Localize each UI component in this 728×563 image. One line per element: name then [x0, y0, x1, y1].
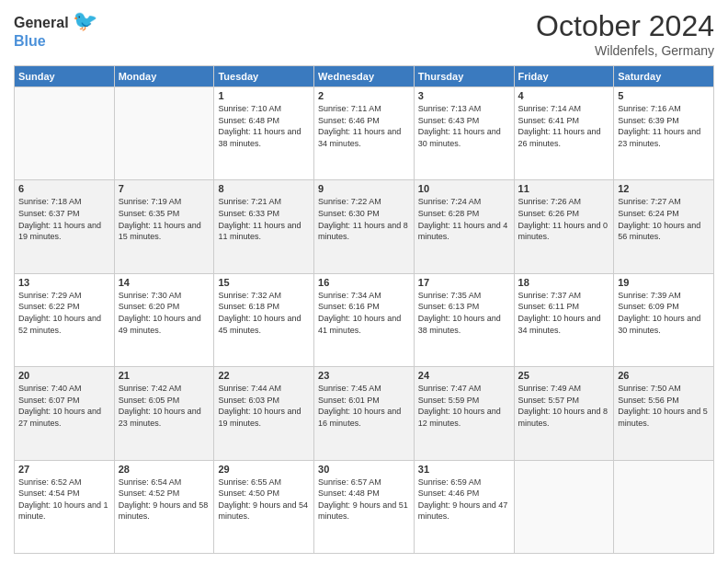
day-info: Sunrise: 7:11 AM Sunset: 6:46 PM Dayligh…: [318, 103, 410, 149]
day-info: Sunrise: 7:16 AM Sunset: 6:39 PM Dayligh…: [618, 103, 710, 149]
day-cell: 4Sunrise: 7:14 AM Sunset: 6:41 PM Daylig…: [514, 87, 614, 180]
day-info: Sunrise: 7:22 AM Sunset: 6:30 PM Dayligh…: [318, 196, 410, 242]
day-cell: 23Sunrise: 7:45 AM Sunset: 6:01 PM Dayli…: [314, 367, 415, 460]
day-number: 14: [119, 277, 210, 288]
weekday-header-saturday: Saturday: [614, 66, 714, 87]
day-cell: 20Sunrise: 7:40 AM Sunset: 6:07 PM Dayli…: [15, 367, 115, 460]
day-info: Sunrise: 7:13 AM Sunset: 6:43 PM Dayligh…: [418, 103, 510, 149]
day-info: Sunrise: 7:50 AM Sunset: 5:56 PM Dayligh…: [618, 383, 710, 429]
day-cell: 21Sunrise: 7:42 AM Sunset: 6:05 PM Dayli…: [114, 367, 214, 460]
day-number: 7: [119, 183, 210, 194]
day-number: 1: [218, 90, 310, 101]
day-cell: 7Sunrise: 7:19 AM Sunset: 6:35 PM Daylig…: [114, 180, 214, 273]
day-cell: 12Sunrise: 7:27 AM Sunset: 6:24 PM Dayli…: [614, 180, 714, 273]
month-title: October 2024: [536, 9, 714, 43]
day-number: 11: [518, 183, 610, 194]
week-row-0: 1Sunrise: 7:10 AM Sunset: 6:48 PM Daylig…: [15, 87, 714, 180]
day-cell: 25Sunrise: 7:49 AM Sunset: 5:57 PM Dayli…: [514, 367, 614, 460]
day-info: Sunrise: 7:35 AM Sunset: 6:13 PM Dayligh…: [418, 290, 510, 336]
day-info: Sunrise: 6:55 AM Sunset: 4:50 PM Dayligh…: [218, 477, 310, 523]
day-info: Sunrise: 7:37 AM Sunset: 6:11 PM Dayligh…: [518, 290, 610, 336]
day-cell: [614, 460, 714, 553]
day-info: Sunrise: 7:24 AM Sunset: 6:28 PM Dayligh…: [418, 196, 510, 242]
day-number: 16: [318, 277, 410, 288]
day-number: 8: [218, 183, 310, 194]
day-number: 27: [18, 464, 110, 475]
day-cell: 24Sunrise: 7:47 AM Sunset: 5:59 PM Dayli…: [414, 367, 514, 460]
day-number: 26: [618, 370, 710, 381]
weekday-header-monday: Monday: [114, 66, 214, 87]
day-info: Sunrise: 7:10 AM Sunset: 6:48 PM Dayligh…: [218, 103, 310, 149]
day-number: 9: [318, 183, 410, 194]
day-cell: 13Sunrise: 7:29 AM Sunset: 6:22 PM Dayli…: [15, 273, 115, 366]
week-row-1: 6Sunrise: 7:18 AM Sunset: 6:37 PM Daylig…: [15, 180, 714, 273]
day-number: 25: [518, 370, 610, 381]
day-cell: 17Sunrise: 7:35 AM Sunset: 6:13 PM Dayli…: [414, 273, 514, 366]
day-cell: 28Sunrise: 6:54 AM Sunset: 4:52 PM Dayli…: [114, 460, 214, 553]
weekday-header-wednesday: Wednesday: [314, 66, 415, 87]
logo-bird-icon: 🐦: [73, 9, 97, 32]
day-cell: 27Sunrise: 6:52 AM Sunset: 4:54 PM Dayli…: [15, 460, 115, 553]
logo-general: General: [14, 15, 69, 30]
day-info: Sunrise: 7:34 AM Sunset: 6:16 PM Dayligh…: [318, 290, 410, 336]
day-cell: [15, 87, 115, 180]
day-number: 22: [218, 370, 310, 381]
day-cell: 30Sunrise: 6:57 AM Sunset: 4:48 PM Dayli…: [314, 460, 415, 553]
day-cell: 29Sunrise: 6:55 AM Sunset: 4:50 PM Dayli…: [214, 460, 314, 553]
day-cell: 19Sunrise: 7:39 AM Sunset: 6:09 PM Dayli…: [614, 273, 714, 366]
logo-line1: General 🐦: [14, 9, 97, 33]
day-cell: 3Sunrise: 7:13 AM Sunset: 6:43 PM Daylig…: [414, 87, 514, 180]
day-info: Sunrise: 6:59 AM Sunset: 4:46 PM Dayligh…: [418, 477, 510, 523]
day-cell: 8Sunrise: 7:21 AM Sunset: 6:33 PM Daylig…: [214, 180, 314, 273]
day-number: 19: [618, 277, 710, 288]
day-info: Sunrise: 7:29 AM Sunset: 6:22 PM Dayligh…: [18, 290, 110, 336]
logo: General 🐦 Blue: [14, 9, 97, 50]
location: Wildenfels, Germany: [536, 43, 714, 58]
day-cell: [514, 460, 614, 553]
day-number: 31: [418, 464, 510, 475]
day-cell: 18Sunrise: 7:37 AM Sunset: 6:11 PM Dayli…: [514, 273, 614, 366]
day-number: 13: [18, 277, 110, 288]
day-cell: 22Sunrise: 7:44 AM Sunset: 6:03 PM Dayli…: [214, 367, 314, 460]
weekday-header-friday: Friday: [514, 66, 614, 87]
day-number: 18: [518, 277, 610, 288]
day-number: 20: [18, 370, 110, 381]
day-number: 2: [318, 90, 410, 101]
day-number: 24: [418, 370, 510, 381]
day-number: 23: [318, 370, 410, 381]
header: General 🐦 Blue October 2024 Wildenfels, …: [14, 9, 714, 58]
day-info: Sunrise: 7:42 AM Sunset: 6:05 PM Dayligh…: [119, 383, 210, 429]
day-info: Sunrise: 7:47 AM Sunset: 5:59 PM Dayligh…: [418, 383, 510, 429]
day-number: 12: [618, 183, 710, 194]
day-number: 30: [318, 464, 410, 475]
day-cell: 31Sunrise: 6:59 AM Sunset: 4:46 PM Dayli…: [414, 460, 514, 553]
day-cell: 14Sunrise: 7:30 AM Sunset: 6:20 PM Dayli…: [114, 273, 214, 366]
week-row-3: 20Sunrise: 7:40 AM Sunset: 6:07 PM Dayli…: [15, 367, 714, 460]
title-area: October 2024 Wildenfels, Germany: [536, 9, 714, 58]
weekday-header-thursday: Thursday: [414, 66, 514, 87]
day-number: 15: [218, 277, 310, 288]
day-info: Sunrise: 7:26 AM Sunset: 6:26 PM Dayligh…: [518, 196, 610, 242]
day-info: Sunrise: 7:40 AM Sunset: 6:07 PM Dayligh…: [18, 383, 110, 429]
day-info: Sunrise: 7:45 AM Sunset: 6:01 PM Dayligh…: [318, 383, 410, 429]
day-cell: 15Sunrise: 7:32 AM Sunset: 6:18 PM Dayli…: [214, 273, 314, 366]
calendar-table: SundayMondayTuesdayWednesdayThursdayFrid…: [14, 65, 714, 554]
day-number: 5: [618, 90, 710, 101]
day-number: 10: [418, 183, 510, 194]
day-info: Sunrise: 7:44 AM Sunset: 6:03 PM Dayligh…: [218, 383, 310, 429]
day-info: Sunrise: 7:18 AM Sunset: 6:37 PM Dayligh…: [18, 196, 110, 242]
day-info: Sunrise: 7:21 AM Sunset: 6:33 PM Dayligh…: [218, 196, 310, 242]
day-number: 17: [418, 277, 510, 288]
weekday-header-sunday: Sunday: [15, 66, 115, 87]
day-info: Sunrise: 7:30 AM Sunset: 6:20 PM Dayligh…: [119, 290, 210, 336]
day-number: 4: [518, 90, 610, 101]
day-cell: 1Sunrise: 7:10 AM Sunset: 6:48 PM Daylig…: [214, 87, 314, 180]
page: General 🐦 Blue October 2024 Wildenfels, …: [0, 0, 728, 563]
weekday-header-tuesday: Tuesday: [214, 66, 314, 87]
day-info: Sunrise: 7:27 AM Sunset: 6:24 PM Dayligh…: [618, 196, 710, 242]
day-cell: [114, 87, 214, 180]
day-cell: 9Sunrise: 7:22 AM Sunset: 6:30 PM Daylig…: [314, 180, 415, 273]
day-number: 3: [418, 90, 510, 101]
week-row-4: 27Sunrise: 6:52 AM Sunset: 4:54 PM Dayli…: [15, 460, 714, 553]
day-number: 28: [119, 464, 210, 475]
